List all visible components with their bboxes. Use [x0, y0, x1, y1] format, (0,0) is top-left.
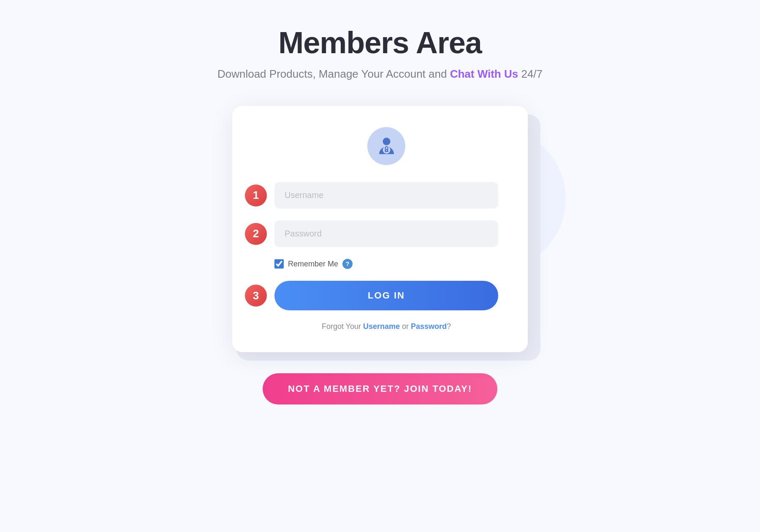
forgot-suffix: ? — [447, 322, 451, 331]
subtitle-prefix: Download Products, Manage Your Account a… — [217, 68, 450, 80]
step-3-badge: 3 — [245, 285, 267, 307]
login-button[interactable]: LOG IN — [274, 281, 498, 310]
password-input[interactable] — [274, 220, 498, 247]
username-input[interactable] — [274, 182, 498, 209]
page-title: Members Area — [278, 25, 482, 60]
username-field-row: 1 — [274, 182, 498, 209]
forgot-middle: or — [400, 322, 411, 331]
join-button[interactable]: NOT A MEMBER YET? JOIN TODAY! — [263, 373, 497, 404]
avatar-circle — [367, 127, 405, 165]
login-card: 1 2 Remember Me ? 3 LOG IN Forgot Your U… — [232, 106, 528, 352]
subtitle: Download Products, Manage Your Account a… — [217, 68, 543, 81]
chat-link[interactable]: Chat With Us — [450, 68, 518, 80]
remember-me-help-icon[interactable]: ? — [342, 259, 353, 269]
step-2-badge: 2 — [245, 223, 267, 245]
avatar-wrapper — [274, 127, 498, 165]
forgot-prefix: Forgot Your — [322, 322, 363, 331]
remember-me-row: Remember Me ? — [274, 259, 498, 269]
forgot-password-link[interactable]: Password — [411, 322, 447, 331]
subtitle-suffix: 24/7 — [518, 68, 543, 80]
svg-point-0 — [383, 138, 390, 145]
remember-me-label: Remember Me — [288, 260, 338, 269]
join-button-wrapper: NOT A MEMBER YET? JOIN TODAY! — [263, 373, 497, 404]
password-field-row: 2 — [274, 220, 498, 247]
svg-point-3 — [386, 150, 387, 151]
forgot-username-link[interactable]: Username — [363, 322, 400, 331]
forgot-text: Forgot Your Username or Password? — [274, 322, 498, 331]
remember-me-checkbox[interactable] — [274, 259, 284, 269]
step-1-badge: 1 — [245, 185, 267, 206]
card-outer-wrapper: 1 2 Remember Me ? 3 LOG IN Forgot Your U… — [228, 106, 532, 352]
login-row: 3 LOG IN — [274, 281, 498, 310]
user-lock-icon — [375, 134, 398, 159]
